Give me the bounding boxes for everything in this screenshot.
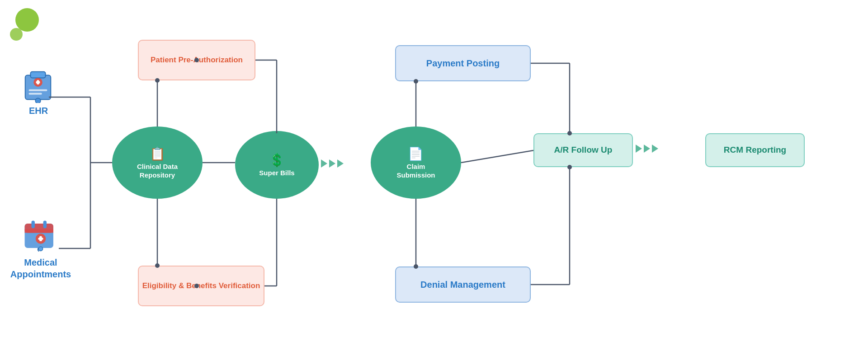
ehr-label: EHR bbox=[14, 106, 63, 116]
svg-point-18 bbox=[38, 247, 42, 251]
rcm-reporting-box: RCM Reporting bbox=[705, 133, 805, 167]
ar-follow-up-box: A/R Follow Up bbox=[533, 133, 633, 167]
svg-rect-17 bbox=[38, 238, 43, 240]
svg-rect-7 bbox=[29, 89, 47, 91]
arrow4 bbox=[636, 145, 642, 153]
claim-submission-oval: 📄 ClaimSubmission bbox=[371, 126, 461, 199]
payment-posting-box: Payment Posting bbox=[395, 45, 531, 81]
dot-eligibility bbox=[194, 284, 199, 288]
super-bills-label: Super Bills bbox=[259, 169, 294, 178]
arrow3 bbox=[337, 159, 344, 168]
dot-preauth bbox=[194, 58, 199, 62]
ehr-icon bbox=[21, 67, 56, 103]
claim-submission-label: ClaimSubmission bbox=[396, 163, 435, 180]
svg-rect-13 bbox=[32, 220, 35, 228]
super-bills-icon: 💲 bbox=[259, 152, 294, 168]
super-bills-oval: 💲 Super Bills bbox=[235, 131, 319, 199]
arrows-ar-rcm bbox=[636, 145, 658, 153]
appointments-node: MedicalAppointments bbox=[5, 217, 77, 280]
denial-management-box: Denial Management bbox=[395, 266, 531, 303]
svg-rect-2 bbox=[30, 72, 45, 78]
clinical-repo-label: Clinical DataRepository bbox=[137, 163, 178, 180]
svg-line-43 bbox=[461, 150, 533, 163]
appointments-label: MedicalAppointments bbox=[5, 257, 77, 280]
svg-rect-12 bbox=[25, 229, 53, 233]
appointments-icon bbox=[22, 217, 59, 254]
arrow6 bbox=[652, 145, 658, 153]
eligibility-box: Eligibility & Benefits Verification bbox=[138, 266, 264, 306]
svg-rect-6 bbox=[36, 81, 40, 84]
arrow5 bbox=[644, 145, 650, 153]
svg-rect-8 bbox=[29, 93, 42, 95]
logo-small-circle bbox=[10, 28, 23, 41]
clinical-repo-oval: 📋 Clinical DataRepository bbox=[112, 126, 203, 199]
svg-point-9 bbox=[35, 98, 41, 103]
arrows-superbills-claim bbox=[321, 159, 344, 168]
arrow2 bbox=[329, 159, 335, 168]
logo-big-circle bbox=[15, 8, 39, 32]
svg-rect-14 bbox=[43, 220, 47, 228]
clinical-repo-icon: 📋 bbox=[137, 146, 178, 162]
arrow1 bbox=[321, 159, 327, 168]
claim-submission-icon: 📄 bbox=[396, 146, 435, 162]
ehr-node: EHR bbox=[14, 67, 63, 116]
